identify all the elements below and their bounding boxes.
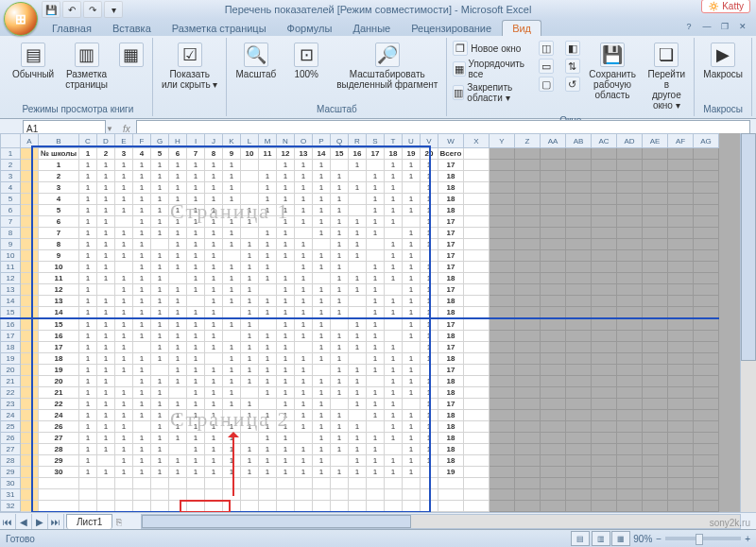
- row-header[interactable]: 1: [1, 148, 21, 160]
- cell[interactable]: 1: [223, 399, 241, 410]
- prev-sheet-button[interactable]: ◀: [16, 514, 32, 529]
- cell[interactable]: 1: [313, 250, 331, 262]
- cell[interactable]: 1: [313, 228, 331, 239]
- cell[interactable]: [403, 399, 421, 410]
- cell[interactable]: 1: [241, 307, 259, 319]
- cell[interactable]: 1: [259, 444, 277, 455]
- cell[interactable]: 1: [349, 342, 367, 353]
- cell[interactable]: 1: [331, 216, 349, 228]
- cell[interactable]: 1: [115, 205, 133, 216]
- next-sheet-button[interactable]: ▶: [32, 514, 48, 529]
- cell[interactable]: 1: [133, 353, 151, 365]
- cell[interactable]: [187, 489, 205, 501]
- cell[interactable]: 1: [115, 365, 133, 376]
- cell[interactable]: 1: [313, 296, 331, 307]
- cell[interactable]: 1: [115, 284, 133, 296]
- column-header[interactable]: AE: [643, 134, 668, 148]
- cell[interactable]: 1: [367, 399, 385, 410]
- qat-save[interactable]: 💾: [42, 1, 60, 18]
- cell[interactable]: 1: [277, 331, 295, 342]
- cell[interactable]: 1: [421, 171, 438, 182]
- spreadsheet-grid[interactable]: ABCDEFGHIJKLMNOPQRSTUVWXYZAAABACADAEAFAG…: [0, 133, 719, 513]
- cell[interactable]: 1: [187, 228, 205, 239]
- cell[interactable]: 1: [313, 421, 331, 433]
- cell[interactable]: [592, 501, 617, 512]
- cell[interactable]: 1: [79, 205, 97, 216]
- show-hide-button[interactable]: ☑Показать или скрыть ▾: [157, 40, 222, 93]
- row-header[interactable]: 21: [1, 376, 21, 387]
- cell[interactable]: 1: [205, 160, 223, 171]
- cell[interactable]: 1: [151, 421, 169, 433]
- cell[interactable]: 1: [313, 399, 331, 410]
- cell[interactable]: 1: [277, 250, 295, 262]
- cell[interactable]: 1: [295, 353, 313, 365]
- cell[interactable]: 13: [39, 296, 79, 307]
- new-sheet-button[interactable]: ⎘: [116, 517, 122, 527]
- cell[interactable]: 1: [79, 410, 97, 421]
- cell[interactable]: 29: [39, 455, 79, 467]
- cell[interactable]: [421, 501, 438, 512]
- cell[interactable]: [385, 501, 403, 512]
- cell[interactable]: 1: [313, 331, 331, 342]
- cell[interactable]: 1: [241, 239, 259, 250]
- cell[interactable]: 1: [151, 307, 169, 319]
- row-header[interactable]: 7: [1, 216, 21, 228]
- cell[interactable]: 1: [79, 160, 97, 171]
- cell[interactable]: [464, 478, 490, 489]
- cell[interactable]: [515, 501, 541, 512]
- cell[interactable]: Всего: [438, 148, 464, 160]
- zoom-selection-button[interactable]: 🔎Масштабировать выделенный фрагмент: [332, 40, 442, 93]
- cell[interactable]: [385, 318, 403, 331]
- cell[interactable]: 1: [385, 239, 403, 250]
- cell[interactable]: 1: [367, 444, 385, 455]
- cell[interactable]: 2: [97, 148, 115, 160]
- cell[interactable]: 1: [79, 296, 97, 307]
- cell[interactable]: 1: [205, 205, 223, 216]
- cell[interactable]: 1: [79, 467, 97, 478]
- cell[interactable]: 1: [115, 331, 133, 342]
- cell[interactable]: [205, 501, 223, 512]
- cell[interactable]: 18: [438, 387, 464, 399]
- cell[interactable]: 1: [349, 467, 367, 478]
- ribbon-tab[interactable]: Разметка страницы: [162, 20, 277, 36]
- cell[interactable]: [151, 365, 169, 376]
- cell[interactable]: [566, 501, 592, 512]
- cell[interactable]: [566, 478, 592, 489]
- cell[interactable]: 26: [39, 421, 79, 433]
- cell[interactable]: 1: [205, 331, 223, 342]
- cell[interactable]: 1: [97, 318, 115, 331]
- scrollbar-thumb[interactable]: [741, 133, 756, 361]
- cell[interactable]: 1: [259, 228, 277, 239]
- cell[interactable]: 1: [205, 376, 223, 387]
- cell[interactable]: 1: [97, 250, 115, 262]
- cell[interactable]: 1: [349, 365, 367, 376]
- cell[interactable]: 1: [331, 284, 349, 296]
- cell[interactable]: [385, 331, 403, 342]
- cell[interactable]: 5: [39, 205, 79, 216]
- cell[interactable]: 8: [39, 239, 79, 250]
- cell[interactable]: 1: [367, 387, 385, 399]
- row-header[interactable]: 27: [1, 444, 21, 455]
- cell[interactable]: 1: [349, 318, 367, 331]
- cell[interactable]: 1: [313, 262, 331, 273]
- cell[interactable]: 1: [169, 228, 187, 239]
- cell[interactable]: [259, 284, 277, 296]
- dropdown-icon[interactable]: ▼: [106, 125, 113, 133]
- cell[interactable]: 1: [187, 433, 205, 444]
- cell[interactable]: 1: [385, 216, 403, 228]
- cell[interactable]: 1: [241, 296, 259, 307]
- cell[interactable]: 1: [115, 296, 133, 307]
- cell[interactable]: 1: [277, 205, 295, 216]
- cell[interactable]: 18: [438, 205, 464, 216]
- cell[interactable]: 1: [367, 171, 385, 182]
- column-header[interactable]: N: [277, 134, 295, 148]
- cell[interactable]: [592, 478, 617, 489]
- cell[interactable]: 1: [331, 239, 349, 250]
- save-workspace-button[interactable]: 💾Сохранить рабочую область: [584, 40, 641, 103]
- cell[interactable]: 1: [223, 171, 241, 182]
- cell[interactable]: 1: [133, 194, 151, 205]
- cell[interactable]: 1: [313, 171, 331, 182]
- column-header[interactable]: C: [79, 134, 97, 148]
- cell[interactable]: 1: [169, 365, 187, 376]
- cell[interactable]: 17: [438, 160, 464, 171]
